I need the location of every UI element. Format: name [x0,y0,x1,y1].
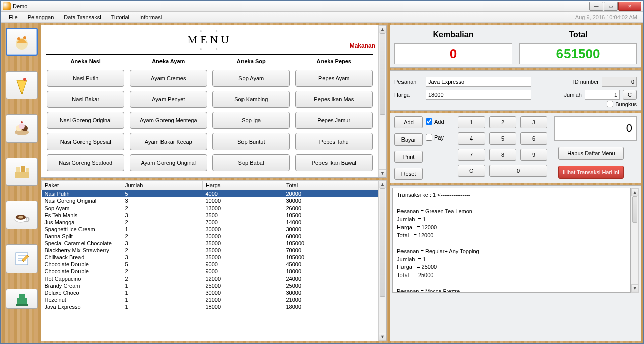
table-row[interactable]: Brandy Cream12500025000 [42,282,378,289]
kembalian-value: 0 [394,43,512,64]
minimize-button[interactable]: — [589,2,603,11]
table-row[interactable]: Banna Split23000060000 [42,233,378,240]
menu-item-button[interactable]: Pepes Tahu [295,133,373,150]
table-row[interactable]: Deluxe Choco13000030000 [42,289,378,296]
scroll-thumb[interactable] [380,188,385,297]
category-food[interactable] [6,28,38,56]
menu-item-button[interactable]: Ayam Goreng Original [130,154,207,171]
menu-item-button[interactable]: Sop Ayam [212,70,290,87]
menu-scrollbar[interactable]: ▲ ▼ [378,25,386,177]
numpad-key-9[interactable]: 9 [520,149,547,161]
table-row[interactable]: Nasi Putih5400020000 [42,190,378,198]
category-drinks[interactable] [6,71,38,99]
category-notes[interactable] [6,244,38,273]
harga-input[interactable] [426,90,531,100]
lihat-button[interactable]: Lihat Transaksi Hari ini [558,166,624,179]
jumlah-input[interactable] [585,90,620,100]
table-cell: Hot Cappucino [42,275,122,282]
table-cell: Blackberry Mix Strawberry [42,247,122,254]
reset-button[interactable]: Reset [394,168,423,180]
menu-item-button[interactable]: Pepes Jamur [295,112,373,129]
scroll-thumb[interactable] [380,33,385,115]
numpad-key-7[interactable]: 7 [458,149,485,161]
category-coffee[interactable] [6,201,38,229]
add-button[interactable]: Add [394,116,423,128]
menu-item-button[interactable]: Ayam Goreng Mentega [130,112,207,129]
receipt-scrollbar[interactable]: ▲ ▼ [631,188,639,293]
numpad-key-6[interactable]: 6 [520,132,547,145]
table-row[interactable]: Chocolate Double5900045000 [42,261,378,268]
menu-item-button[interactable]: Ayam Penyet [130,91,207,108]
menu-item-button[interactable]: Sop Buntut [212,133,290,150]
menu-item-button[interactable]: Nasi Putih [47,70,124,87]
numpad-key-1[interactable]: 1 [458,116,485,128]
menu-tutorial[interactable]: Tutorial [106,13,134,22]
bungkus-checkbox[interactable] [607,101,613,107]
pesanan-input[interactable] [426,77,531,87]
menu-item-button[interactable]: Nasi Bakar [47,91,124,108]
bayar-button[interactable]: Bayar [394,133,423,146]
table-row[interactable]: Java Expresso11800018000 [42,303,378,310]
table-row[interactable]: Spaghetti Ice Cream13000030000 [42,226,378,233]
menu-item-button[interactable]: Nasi Goreng Original [47,112,124,129]
table-row[interactable]: Special Caramel Chocolate335000105000 [42,240,378,247]
table-row[interactable]: Hezelnut12100021000 [42,296,378,303]
numpad-key-C[interactable]: C [458,165,485,177]
table-cell: 9000 [203,268,283,275]
pay-checkbox[interactable] [426,134,432,141]
scroll-down-icon[interactable]: ▼ [379,333,386,341]
numpad-key-3[interactable]: 3 [520,116,547,128]
scroll-up-icon[interactable]: ▲ [379,25,386,33]
middle-column: ○───○ MENU ○───○ Makanan Aneka NasiNasi … [41,25,387,341]
scroll-thumb[interactable] [632,196,637,223]
numpad-key-8[interactable]: 8 [489,149,516,161]
table-row[interactable]: Sop Ayam21300026000 [42,204,378,212]
menu-item-button[interactable]: Pepes Ikan Bawal [295,154,373,171]
category-snack[interactable] [6,158,38,186]
menu-item-button[interactable]: Nasi Goreng Seafood [47,154,124,171]
table-header[interactable]: Jumlah [122,181,203,190]
category-dessert[interactable] [6,114,38,143]
scroll-down-icon[interactable]: ▼ [631,284,638,292]
maximize-button[interactable]: ▭ [604,2,618,11]
order-entry-panel: Pesanan ID number Harga Jumlah C [390,70,641,111]
close-button[interactable]: ✕ [618,2,641,11]
table-row[interactable]: Nasi Goreng Original31000030000 [42,197,378,204]
menu-item-button[interactable]: Pepes Ayam [295,70,373,87]
menu-informasi[interactable]: Informasi [134,13,167,22]
menu-item-button[interactable]: Ayam Bakar Kecap [130,133,207,150]
numpad-key-5[interactable]: 5 [489,132,516,145]
numpad-key-2[interactable]: 2 [489,116,516,128]
menu-data-transaksi[interactable]: Data Transaksi [59,13,106,22]
table-scrollbar[interactable]: ▲ ▼ [378,180,386,341]
scroll-up-icon[interactable]: ▲ [631,188,638,196]
table-row[interactable]: Chiliwack Bread335000105000 [42,254,378,261]
menu-item-button[interactable]: Ayam Cremes [130,70,207,87]
menu-item-button[interactable]: Pepes Ikan Mas [295,91,373,108]
table-row[interactable]: Es Teh Manis3350010500 [42,212,378,219]
svg-rect-21 [17,298,27,304]
clear-qty-button[interactable]: C [623,90,637,100]
table-header[interactable]: Total [283,181,378,190]
add-checkbox[interactable] [426,118,432,125]
category-cashier[interactable] [6,289,38,309]
menu-item-button[interactable]: Nasi Goreng Spesial [47,133,124,150]
table-header[interactable]: Paket [42,181,122,190]
numpad-key-4[interactable]: 4 [458,132,485,145]
scroll-up-icon[interactable]: ▲ [379,180,386,188]
table-header[interactable]: Harga [203,181,283,190]
print-button[interactable]: Print [394,151,423,163]
hapus-button[interactable]: Hapus Daftar Menu [558,147,624,160]
menu-item-button[interactable]: Sop Iga [212,112,290,129]
table-row[interactable]: Jus Mangga2700014000 [42,219,378,226]
menu-pelanggan[interactable]: Pelanggan [23,13,59,22]
table-cell: Deluxe Choco [42,289,122,296]
table-row[interactable]: Chocolate Double2900018000 [42,268,378,275]
menu-item-button[interactable]: Sop Babat [212,154,290,171]
menu-item-button[interactable]: Sop Kambing [212,91,290,108]
numpad-key-0[interactable]: 0 [489,165,547,177]
table-row[interactable]: Hot Cappucino21200024000 [42,275,378,282]
table-row[interactable]: Blackberry Mix Strawberry23500070000 [42,247,378,254]
scroll-down-icon[interactable]: ▼ [379,169,386,177]
menu-file[interactable]: File [4,13,23,22]
